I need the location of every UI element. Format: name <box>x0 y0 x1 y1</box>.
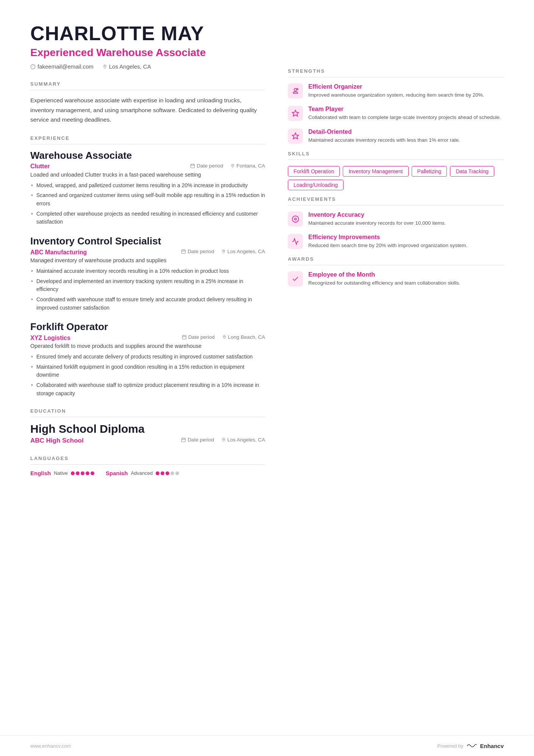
job-1-location: Fontana, CA <box>231 163 265 169</box>
experience-label: EXPERIENCE <box>30 135 265 141</box>
job-2-location: Los Angeles, CA <box>222 249 265 254</box>
svg-point-22 <box>294 88 297 91</box>
awards-label: AWARDS <box>288 256 504 262</box>
achievement-2-desc: Reduced item search time by 20% with imp… <box>308 242 467 249</box>
job-1-company: Clutter <box>30 163 50 170</box>
footer: www.enhancv.com Powered by Enhancv <box>0 735 534 756</box>
language-spanish-name: Spanish <box>106 470 128 476</box>
strength-3-title: Detail-Oriented <box>308 128 460 135</box>
calendar-icon <box>181 437 186 442</box>
detail-icon <box>292 132 299 140</box>
experience-section: EXPERIENCE Warehouse Associate Clutter D… <box>30 135 265 398</box>
languages-label: LANGUAGES <box>30 455 265 461</box>
pin-icon <box>222 249 226 254</box>
dot <box>76 471 80 475</box>
job-1-title: Warehouse Associate <box>30 150 265 161</box>
dot <box>86 471 89 475</box>
edu-date-text: Date period <box>187 437 214 443</box>
language-spanish-level: Advanced <box>131 470 153 476</box>
edu-date: Date period <box>181 437 214 443</box>
dot <box>91 471 94 475</box>
language-spanish-dots <box>156 471 179 475</box>
skill-inventory: Inventory Management <box>343 166 408 177</box>
skills-grid: Forklift Operation Inventory Management … <box>288 166 504 190</box>
location-contact: Los Angeles, CA <box>103 63 151 70</box>
job-3-bullets: Ensured timely and accurate delivery of … <box>30 353 265 398</box>
strength-2-icon-wrap <box>288 106 303 121</box>
calendar-icon <box>181 249 186 254</box>
job-3-date: Date period <box>182 334 215 340</box>
strength-1-title: Efficient Organizer <box>308 83 484 90</box>
job-1-bullets: Moved, wrapped, and palletized customer … <box>30 182 265 226</box>
award-1-title: Employee of the Month <box>308 271 460 278</box>
award-1-icon-wrap <box>288 271 303 286</box>
job-3-location: Long Beach, CA <box>222 334 265 340</box>
job-3-company: XYZ Logistics <box>30 335 70 341</box>
language-english-dots <box>71 471 94 475</box>
strength-3: Detail-Oriented Maintained accurate inve… <box>288 128 504 144</box>
achievement-1-title: Inventory Accuracy <box>308 211 446 218</box>
skills-divider <box>288 160 504 160</box>
summary-section: SUMMARY Experienced warehouse associate … <box>30 81 265 125</box>
svg-point-1 <box>105 66 106 67</box>
strength-1-desc: Improved warehouse organization system, … <box>308 91 484 99</box>
list-item: Moved, wrapped, and palletized customer … <box>30 182 265 190</box>
footer-brand: Powered by Enhancv <box>437 742 504 749</box>
list-item: Collaborated with warehouse staff to opt… <box>30 381 265 398</box>
education-label: EDUCATION <box>30 408 265 414</box>
organizer-icon <box>292 87 299 95</box>
enhancv-brand-name: Enhancv <box>480 743 504 749</box>
strength-2-title: Team Player <box>308 106 501 113</box>
strength-1: Efficient Organizer Improved warehouse o… <box>288 83 504 99</box>
achievements-section: ACHIEVEMENTS Inventory Accuracy Maintain… <box>288 196 504 250</box>
right-column: STRENGTHS Efficient Organizer <box>288 23 504 712</box>
list-item: Maintained forklift equipment in good co… <box>30 363 265 379</box>
svg-marker-24 <box>292 110 299 116</box>
powered-by-text: Powered by <box>437 743 464 749</box>
job-2: Inventory Control Specialist ABC Manufac… <box>30 235 265 312</box>
award-1-content: Employee of the Month Recognized for out… <box>308 271 460 287</box>
award-1-desc: Recognized for outstanding efficiency an… <box>308 279 460 287</box>
job-2-company: ABC Manufacturing <box>30 249 87 256</box>
dot-empty <box>175 471 179 475</box>
languages-row: English Native Spanish Advance <box>30 470 265 476</box>
pin-icon <box>231 163 235 168</box>
left-column: CHARLOTTE MAY Experienced Warehouse Asso… <box>30 23 265 712</box>
strengths-section: STRENGTHS Efficient Organizer <box>288 68 504 144</box>
achievement-2-content: Efficiency Improvements Reduced item sea… <box>308 234 467 249</box>
awards-section: AWARDS Employee of the Month Recognized … <box>288 256 504 287</box>
awards-divider <box>288 265 504 265</box>
award-icon <box>292 275 299 283</box>
list-item: Ensured timely and accurate delivery of … <box>30 353 265 361</box>
resume-page: CHARLOTTE MAY Experienced Warehouse Asso… <box>0 0 534 756</box>
job-1-desc: Loaded and unloaded Clutter trucks in a … <box>30 171 265 179</box>
candidate-title: Experienced Warehouse Associate <box>30 47 265 59</box>
degree-title: High School Diploma <box>30 423 265 435</box>
strength-3-icon-wrap <box>288 128 303 144</box>
skill-data-tracking: Data Tracking <box>450 166 494 177</box>
job-3-meta: Date period Long Beach, CA <box>182 334 265 340</box>
skills-section: SKILLS Forklift Operation Inventory Mana… <box>288 151 504 190</box>
enhancv-logo-icon <box>466 742 477 749</box>
job-1-location-text: Fontana, CA <box>236 163 265 169</box>
calendar-icon <box>190 163 195 168</box>
edu-location: Los Angeles, CA <box>222 437 265 443</box>
strength-1-content: Efficient Organizer Improved warehouse o… <box>308 83 484 99</box>
achievement-2: Efficiency Improvements Reduced item sea… <box>288 234 504 249</box>
job-1-date-text: Date period <box>197 163 223 169</box>
strength-2-desc: Collaborated with team to complete large… <box>308 114 501 121</box>
dot <box>71 471 75 475</box>
list-item: Maintained accurate inventory records re… <box>30 267 265 275</box>
achievement-1-icon-wrap <box>288 211 303 227</box>
calendar-icon <box>182 335 187 340</box>
list-item: Scanned and organized customer items usi… <box>30 191 265 208</box>
job-2-bullets: Maintained accurate inventory records re… <box>30 267 265 312</box>
pin-icon <box>222 335 226 340</box>
dot <box>81 471 84 475</box>
language-english: English Native <box>30 470 94 476</box>
svg-rect-2 <box>191 164 195 168</box>
achievements-divider <box>288 205 504 205</box>
job-2-meta: Date period Los Angeles, CA <box>181 249 265 254</box>
job-3-desc: Operated forklift to move products and s… <box>30 342 265 351</box>
skill-forklift: Forklift Operation <box>288 166 340 177</box>
